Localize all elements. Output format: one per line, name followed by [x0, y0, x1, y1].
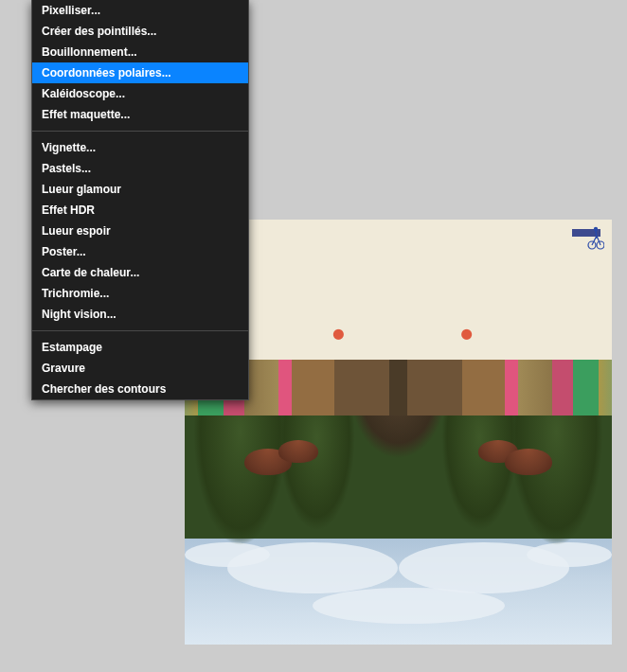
menu-item-glamour-glow[interactable]: Lueur glamour — [32, 179, 248, 200]
menu-separator — [32, 131, 248, 132]
menu-item-kaleidoscope[interactable]: Kaléidoscope... — [32, 83, 248, 104]
menu-item-emboss[interactable]: Estampage — [32, 337, 248, 358]
menu-item-tilt-shift[interactable]: Effet maquette... — [32, 104, 248, 125]
menu-item-pastels[interactable]: Pastels... — [32, 158, 248, 179]
menu-item-hope-glow[interactable]: Lueur espoir — [32, 221, 248, 241]
menu-separator — [32, 330, 248, 331]
menu-item-vignette[interactable]: Vignette... — [32, 137, 248, 158]
menu-item-find-edges[interactable]: Chercher des contours — [32, 379, 248, 399]
image-umbrella — [278, 440, 318, 463]
svg-line-5 — [596, 231, 597, 239]
menu-item-polar-coordinates[interactable]: Coordonnées polaires... — [32, 62, 248, 83]
effects-context-menu: Pixelliser... Créer des pointillés... Bo… — [31, 0, 249, 400]
menu-item-trichrome[interactable]: Trichromie... — [32, 283, 248, 304]
cyclist-icon — [587, 223, 604, 250]
menu-item-heat-map[interactable]: Carte de chaleur... — [32, 262, 248, 283]
menu-item-night-vision[interactable]: Night vision... — [32, 304, 248, 325]
menu-item-bump[interactable]: Bouillonnement... — [32, 42, 248, 62]
menu-item-hdr[interactable]: Effet HDR — [32, 200, 248, 221]
menu-item-pointillize[interactable]: Créer des pointillés... — [32, 21, 248, 42]
menu-item-engrave[interactable]: Gravure — [32, 358, 248, 379]
svg-point-4 — [594, 227, 598, 231]
menu-item-poster[interactable]: Poster... — [32, 241, 248, 262]
image-umbrella — [505, 449, 552, 475]
menu-item-pixellate[interactable]: Pixelliser... — [32, 0, 248, 21]
